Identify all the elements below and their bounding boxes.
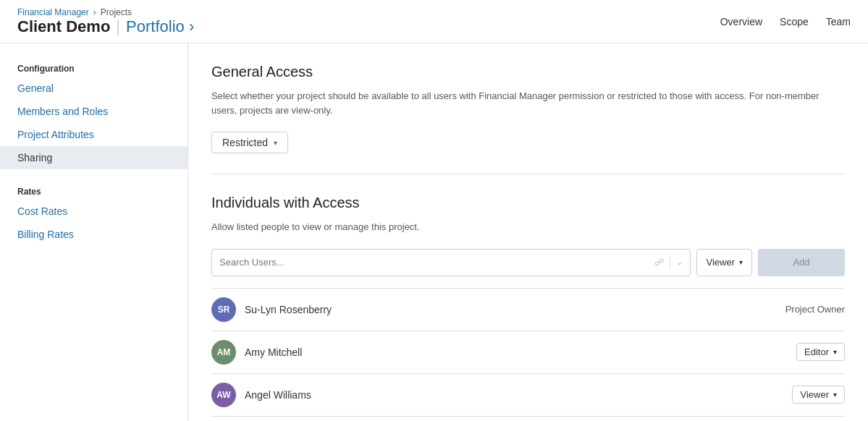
- breadcrumb: Financial Manager › Projects: [17, 7, 194, 17]
- sidebar-item-members-roles[interactable]: Members and Roles: [0, 100, 187, 123]
- chevron-down-icon: ▾: [833, 391, 837, 399]
- avatar-initials: AW: [216, 390, 230, 400]
- sidebar-item-cost-rates[interactable]: Cost Rates: [0, 200, 187, 223]
- chevron-down-icon: ⌄: [676, 258, 683, 267]
- avatar-initials: SR: [218, 305, 230, 315]
- chevron-down-icon: ▾: [274, 139, 277, 147]
- configuration-section-label: Configuration: [0, 58, 187, 77]
- search-icon: ☍: [654, 257, 664, 268]
- sidebar-divider: [0, 169, 187, 181]
- add-button[interactable]: Add: [758, 249, 845, 276]
- nav-team[interactable]: Team: [826, 16, 851, 27]
- table-row: AW Angel Williams Viewer ▾: [211, 374, 845, 417]
- restricted-dropdown-label: Restricted: [222, 137, 268, 148]
- layout: Configuration General Members and Roles …: [0, 43, 868, 421]
- avatar: AM: [211, 340, 236, 365]
- avatar: SR: [211, 297, 236, 322]
- user-name: Su-Lyn Rosenberry: [245, 304, 777, 315]
- header-nav: Overview Scope Team: [720, 16, 851, 27]
- table-row: AM Amy Mitchell Editor ▾: [211, 331, 845, 374]
- viewer-role-dropdown[interactable]: Viewer ▾: [696, 249, 752, 276]
- search-divider-v: [670, 256, 670, 269]
- rates-section-label: Rates: [0, 181, 187, 200]
- sidebar-item-billing-rates[interactable]: Billing Rates: [0, 223, 187, 246]
- header: Financial Manager › Projects Client Demo…: [0, 0, 868, 43]
- user-role-static: Project Owner: [785, 304, 845, 315]
- individuals-title: Individuals with Access: [211, 195, 845, 211]
- sidebar: Configuration General Members and Roles …: [0, 43, 188, 421]
- search-container: ☍ ⌄: [211, 249, 691, 276]
- nav-overview[interactable]: Overview: [720, 16, 762, 27]
- table-row: SR Su-Lyn Rosenberry Project Owner: [211, 289, 845, 331]
- user-role-dropdown[interactable]: Editor ▾: [796, 343, 845, 361]
- viewer-role-label: Viewer: [706, 257, 735, 268]
- restricted-dropdown[interactable]: Restricted ▾: [211, 132, 288, 153]
- chevron-down-icon: ▾: [739, 258, 743, 266]
- chevron-down-icon: ▾: [833, 348, 837, 356]
- individuals-description: Allow listed people to view or manage th…: [211, 220, 845, 234]
- role-label: Viewer: [800, 389, 829, 400]
- general-access-description: Select whether your project should be av…: [211, 89, 845, 117]
- search-input[interactable]: [219, 257, 654, 268]
- main-content: General Access Select whether your proje…: [188, 43, 868, 421]
- breadcrumb-sep: ›: [93, 7, 96, 17]
- nav-scope[interactable]: Scope: [780, 16, 809, 27]
- breadcrumb-app-link[interactable]: Financial Manager: [17, 7, 89, 17]
- breadcrumb-section: Projects: [101, 7, 132, 17]
- general-access-title: General Access: [211, 64, 845, 80]
- avatar: AW: [211, 383, 236, 407]
- sidebar-item-general[interactable]: General: [0, 77, 187, 100]
- portfolio-link[interactable]: Portfolio ›: [126, 17, 194, 36]
- section-divider: [211, 174, 845, 174]
- project-name: Client Demo: [17, 17, 110, 36]
- header-left: Financial Manager › Projects Client Demo…: [17, 7, 194, 36]
- sidebar-item-project-attributes[interactable]: Project Attributes: [0, 123, 187, 146]
- search-icons: ☍ ⌄: [654, 256, 683, 269]
- user-name: Angel Williams: [245, 389, 783, 401]
- user-role-dropdown[interactable]: Viewer ▾: [792, 386, 845, 404]
- sidebar-item-sharing[interactable]: Sharing: [0, 146, 187, 169]
- user-list: SR Su-Lyn Rosenberry Project Owner AM Am…: [211, 288, 845, 417]
- search-row: ☍ ⌄ Viewer ▾ Add: [211, 249, 845, 276]
- project-title-row: Client Demo | Portfolio ›: [17, 17, 194, 36]
- role-label: Editor: [804, 346, 829, 357]
- user-name: Amy Mitchell: [245, 346, 788, 358]
- avatar-initials: AM: [217, 347, 231, 357]
